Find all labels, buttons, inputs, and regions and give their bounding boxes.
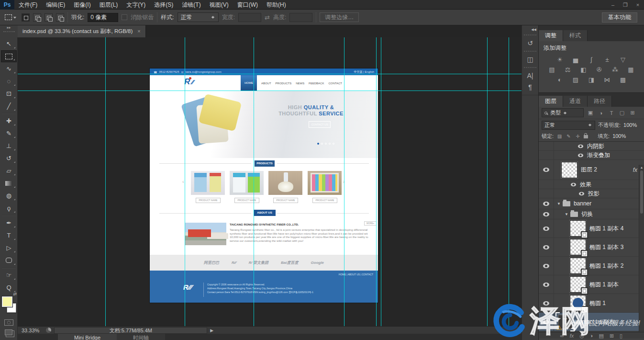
width-input[interactable] — [238, 13, 261, 22]
close-tab-icon[interactable]: × — [137, 25, 140, 37]
tab-adjustments[interactable]: 调整 — [539, 30, 563, 41]
height-input[interactable] — [289, 13, 312, 22]
quick-mask-button[interactable] — [4, 319, 13, 326]
swap-dimensions-icon[interactable]: ⇄ — [265, 14, 270, 21]
visibility-eye-icon[interactable] — [543, 245, 549, 249]
opacity-value[interactable]: 100% — [623, 122, 637, 128]
tab-channels[interactable]: 通道 — [563, 96, 588, 107]
crop-tool[interactable]: ⊡ — [1, 88, 17, 100]
tab-timeline[interactable]: 时间轴 — [117, 334, 165, 340]
tab-layers[interactable]: 图层 — [539, 96, 563, 107]
group-row-banner[interactable]: ▼ banner — [539, 198, 644, 209]
visibility-eye-icon[interactable] — [543, 283, 549, 287]
menu-image[interactable]: 图像(I) — [69, 0, 95, 10]
brush-tool[interactable]: ✎ — [1, 127, 17, 139]
color-balance-icon[interactable]: ⚖ — [563, 66, 573, 73]
document-tab[interactable]: index.psd @ 33.3% (contact us 副本, RGB/8)… — [18, 25, 146, 37]
layer-style-icon[interactable]: fx — [570, 332, 574, 339]
layer-row-selected[interactable]: T ⚠ contact us 副本 — [539, 313, 644, 331]
collapse-toolbar-icon[interactable]: ▸▸ — [0, 25, 18, 30]
layer-thumbnail[interactable] — [570, 220, 586, 237]
fill-value[interactable]: 100% — [612, 133, 626, 139]
gradient-map-icon[interactable]: ⋈ — [602, 76, 612, 83]
blur-tool[interactable]: ◍ — [1, 190, 17, 202]
history-brush-tool[interactable]: ↺ — [1, 152, 17, 164]
move-tool[interactable]: ↖ — [1, 38, 17, 50]
color-lookup-icon[interactable]: ▦ — [626, 66, 636, 73]
lock-position-icon[interactable]: ✛ — [575, 134, 581, 139]
shape-tool[interactable] — [1, 254, 17, 266]
rectangular-marquee-tool[interactable] — [1, 50, 17, 62]
photo-filter-icon[interactable]: ✇ — [595, 66, 604, 73]
layer-row[interactable]: 图层 2 fx — [539, 160, 644, 180]
menu-type[interactable]: 文字(Y) — [122, 0, 150, 10]
guide-vertical[interactable] — [376, 37, 377, 326]
visibility-eye-icon[interactable] — [578, 144, 583, 148]
antialias-checkbox[interactable] — [122, 14, 127, 20]
type-tool[interactable]: T — [1, 229, 17, 241]
effects-header-row[interactable]: 效果 — [539, 180, 644, 189]
menu-help[interactable]: 帮助(H) — [262, 0, 290, 10]
menu-file[interactable]: 文件(F) — [14, 0, 42, 10]
guide-vertical[interactable] — [105, 37, 106, 326]
layer-row[interactable]: 椭圆 1 副本 — [539, 275, 644, 294]
lock-all-icon[interactable] — [584, 135, 588, 138]
layer-mask-icon[interactable]: ◎ — [579, 332, 584, 339]
guide-vertical[interactable] — [344, 37, 344, 326]
black-white-icon[interactable]: ◧ — [579, 66, 588, 73]
properties-panel-button[interactable]: ◫ — [524, 51, 536, 63]
filter-adjustment-layers-icon[interactable]: ◑ — [597, 110, 605, 116]
intersect-selection-mode-button[interactable] — [56, 13, 64, 22]
visibility-eye-icon[interactable] — [543, 227, 549, 231]
filter-type-layers-icon[interactable]: T — [608, 110, 615, 116]
visibility-eye-icon[interactable] — [543, 301, 549, 306]
eyedropper-tool[interactable]: ╱ — [1, 100, 17, 112]
lock-transparency-icon[interactable]: ▨ — [556, 134, 563, 139]
layer-effect-row[interactable]: 投影 — [539, 189, 644, 198]
layer-row[interactable]: 椭圆 1 副本 2 — [539, 257, 644, 275]
menu-view[interactable]: 视图(V) — [205, 0, 233, 10]
brightness-contrast-icon[interactable]: ☀ — [555, 56, 565, 63]
tab-mini-bridge[interactable]: Mini Bridge — [58, 334, 117, 340]
layer-effect-row[interactable]: 内阴影 — [539, 142, 644, 151]
history-panel-button[interactable]: ↺ — [524, 34, 536, 47]
spot-healing-brush-tool[interactable]: ✚ — [1, 115, 17, 127]
visibility-eye-icon[interactable] — [543, 168, 549, 172]
toolbar-header[interactable]: ▸▸ — [0, 25, 18, 37]
visibility-eye-icon[interactable] — [543, 320, 549, 324]
scrollbar-thumb[interactable] — [640, 170, 643, 214]
menu-filter[interactable]: 滤镜(T) — [178, 0, 205, 10]
guide-vertical[interactable] — [509, 37, 509, 326]
new-group-icon[interactable]: ▤ — [599, 332, 603, 339]
minimize-button[interactable]: – — [607, 0, 619, 10]
refine-edge-button[interactable]: 调整边缘… — [320, 12, 359, 22]
menu-select[interactable]: 选择(S) — [150, 0, 178, 10]
scroll-up-icon[interactable]: ▲ — [639, 166, 644, 169]
visibility-eye-icon[interactable] — [579, 192, 584, 195]
eraser-tool[interactable]: ▱ — [1, 165, 17, 177]
text-layer-thumbnail[interactable]: T ⚠ — [558, 315, 572, 329]
restore-button[interactable]: ❐ — [619, 0, 632, 10]
workspace-switcher-button[interactable]: 基本功能 — [602, 12, 637, 23]
tool-preset-picker[interactable] — [3, 13, 18, 21]
filter-pixel-layers-icon[interactable]: ▣ — [587, 110, 594, 116]
layer-effect-row[interactable]: 渐变叠加 — [539, 151, 644, 160]
layer-filter-select[interactable]: 类型 — [542, 108, 584, 117]
expand-group-icon[interactable]: ▼ — [565, 212, 568, 216]
dodge-tool[interactable]: ϙ — [1, 202, 17, 214]
exposure-icon[interactable]: ± — [602, 56, 612, 63]
filter-shape-layers-icon[interactable]: ▢ — [618, 110, 626, 116]
feather-input[interactable]: 0 像素 — [88, 13, 118, 22]
adjustment-layer-icon[interactable]: ◑ — [590, 332, 593, 339]
menu-edit[interactable]: 编辑(E) — [42, 0, 69, 10]
menu-window[interactable]: 窗口(W) — [233, 0, 262, 10]
close-button[interactable]: × — [632, 0, 644, 10]
levels-icon[interactable]: ▅ — [571, 56, 580, 63]
add-to-selection-mode-button[interactable] — [33, 13, 41, 22]
layer-thumbnail[interactable] — [570, 258, 586, 274]
visibility-eye-icon[interactable] — [543, 264, 549, 268]
guide-vertical[interactable] — [487, 37, 488, 326]
clone-stamp-tool[interactable]: ⊥ — [1, 140, 17, 152]
style-select[interactable]: 正常 — [178, 12, 219, 22]
filter-smart-objects-icon[interactable]: ⊞ — [629, 110, 636, 116]
